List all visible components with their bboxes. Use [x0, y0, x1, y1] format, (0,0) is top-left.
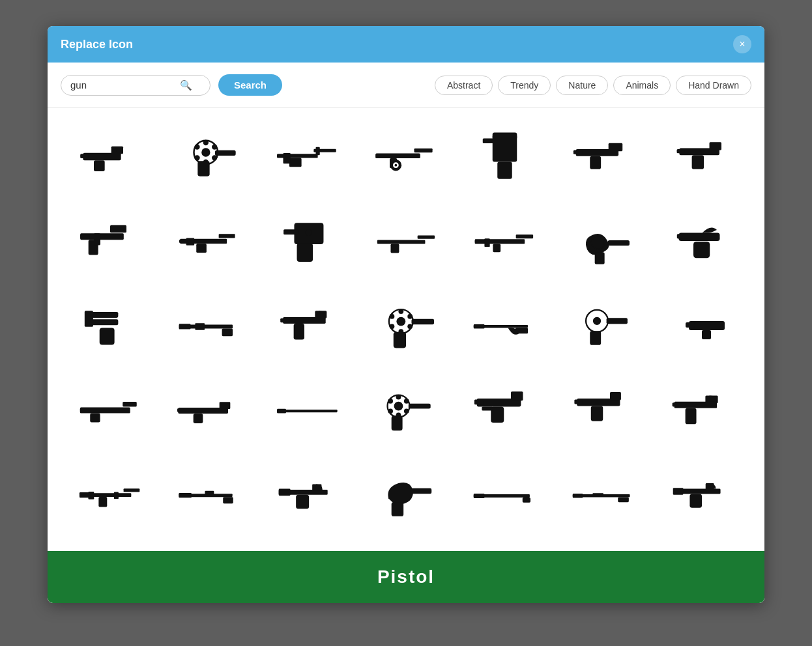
- svg-rect-141: [223, 497, 233, 503]
- svg-rect-126: [610, 392, 621, 400]
- svg-point-112: [396, 395, 401, 400]
- icon-grid-container[interactable]: [48, 108, 764, 551]
- svg-rect-29: [497, 162, 512, 179]
- svg-rect-101: [123, 402, 137, 407]
- svg-rect-89: [394, 331, 406, 348]
- svg-rect-75: [222, 328, 233, 336]
- toolbar: 🔍 Search Abstract Trendy Nature Animals …: [48, 63, 764, 108]
- svg-rect-148: [392, 502, 403, 516]
- svg-rect-32: [609, 143, 623, 151]
- icon-cell-luger-2[interactable]: [653, 369, 751, 453]
- close-button[interactable]: ×: [733, 35, 751, 53]
- icon-cell-western-revolver[interactable]: [554, 284, 652, 369]
- filter-tag-nature[interactable]: Nature: [556, 76, 608, 95]
- icon-cell-double-barrel-derringer[interactable]: [61, 284, 159, 369]
- icon-cell-pistol-1[interactable]: [61, 115, 159, 199]
- icon-cell-derringer-style[interactable]: [653, 199, 751, 284]
- svg-rect-50: [283, 229, 298, 234]
- svg-point-114: [388, 399, 393, 404]
- svg-rect-140: [179, 493, 192, 498]
- icon-cell-ak-rifle[interactable]: [258, 115, 356, 199]
- svg-rect-106: [194, 414, 203, 424]
- svg-rect-135: [98, 497, 107, 507]
- svg-rect-17: [289, 158, 301, 167]
- svg-point-4: [112, 148, 117, 152]
- icon-cell-machine-gun[interactable]: [456, 199, 554, 284]
- svg-rect-42: [80, 234, 91, 239]
- icon-cell-bolt-action[interactable]: [159, 453, 257, 538]
- icon-cell-sniper-barrel[interactable]: [258, 369, 356, 453]
- svg-rect-96: [590, 331, 601, 345]
- icon-cell-tommy-gun[interactable]: [356, 115, 455, 199]
- svg-rect-70: [84, 311, 93, 327]
- svg-rect-108: [277, 410, 338, 412]
- icon-cell-revolver-small[interactable]: [554, 199, 652, 284]
- icon-cell-pistol-tiny[interactable]: [653, 284, 751, 369]
- icon-cell-rifle-bolt-2[interactable]: [456, 453, 554, 538]
- svg-rect-37: [692, 156, 704, 170]
- icon-cell-flintlock-2[interactable]: [653, 453, 751, 538]
- icon-cell-musket[interactable]: [554, 453, 652, 538]
- filter-tag-animals[interactable]: Animals: [613, 76, 671, 95]
- svg-rect-91: [474, 324, 485, 329]
- svg-point-85: [407, 314, 413, 319]
- search-button[interactable]: Search: [218, 74, 282, 96]
- svg-rect-13: [215, 150, 236, 156]
- search-input[interactable]: [70, 79, 175, 91]
- svg-rect-134: [123, 488, 139, 492]
- svg-rect-43: [94, 233, 100, 245]
- icon-cell-lever-action[interactable]: [456, 284, 554, 369]
- search-icon: 🔍: [180, 79, 192, 91]
- svg-point-115: [404, 399, 409, 404]
- svg-rect-119: [392, 415, 403, 430]
- icon-cell-revolver-1[interactable]: [159, 115, 257, 199]
- icon-cell-pistol-semi[interactable]: [554, 369, 652, 453]
- icon-cell-ar15[interactable]: [61, 453, 159, 538]
- svg-rect-67: [693, 242, 710, 258]
- icon-cell-luger[interactable]: [258, 284, 356, 369]
- icon-cell-pistol-grip[interactable]: [258, 199, 356, 284]
- icon-cell-smg-2[interactable]: [61, 369, 159, 453]
- svg-rect-142: [205, 491, 214, 495]
- svg-rect-132: [673, 402, 680, 406]
- icon-cell-pistol-glock[interactable]: [653, 115, 751, 199]
- icon-cell-revolver-large[interactable]: [356, 284, 455, 369]
- svg-rect-99: [702, 330, 711, 339]
- svg-rect-40: [110, 225, 126, 233]
- icon-cell-revolver-side[interactable]: [356, 453, 455, 538]
- svg-rect-121: [511, 391, 523, 400]
- icon-cell-uzi[interactable]: [456, 115, 554, 199]
- svg-point-86: [407, 324, 413, 329]
- icon-cell-shotgun-pump[interactable]: [159, 284, 257, 369]
- icon-cell-assault-rifle-2[interactable]: [159, 199, 257, 284]
- svg-rect-103: [80, 408, 89, 412]
- icon-cell-smg-1[interactable]: [61, 199, 159, 284]
- icon-cell-pistol-long[interactable]: [159, 369, 257, 453]
- svg-rect-155: [592, 493, 603, 496]
- svg-rect-2: [94, 160, 105, 171]
- svg-rect-127: [591, 406, 603, 421]
- svg-point-26: [394, 164, 397, 167]
- icon-cell-carbine[interactable]: [356, 199, 455, 284]
- svg-point-116: [404, 408, 409, 414]
- svg-point-10: [212, 145, 217, 150]
- svg-rect-36: [710, 143, 721, 150]
- svg-rect-18: [283, 153, 290, 163]
- icon-cell-pistol-detail[interactable]: [456, 369, 554, 453]
- icon-cell-revolver-western-2[interactable]: [356, 369, 455, 453]
- filter-tag-trendy[interactable]: Trendy: [498, 76, 551, 95]
- filter-tag-hand-drawn[interactable]: Hand Drawn: [676, 76, 751, 95]
- svg-rect-146: [296, 495, 309, 509]
- svg-rect-48: [179, 240, 188, 243]
- icon-cell-flintlock[interactable]: [258, 453, 356, 538]
- svg-rect-3: [80, 154, 88, 158]
- svg-rect-21: [375, 153, 420, 158]
- icon-cell-pistol-classic[interactable]: [554, 115, 652, 199]
- svg-rect-78: [294, 324, 304, 340]
- svg-point-87: [390, 324, 395, 329]
- svg-rect-71: [99, 328, 114, 344]
- filter-tag-abstract[interactable]: Abstract: [435, 76, 493, 95]
- svg-rect-60: [475, 240, 485, 243]
- svg-point-52: [305, 229, 312, 236]
- svg-point-12: [194, 155, 199, 160]
